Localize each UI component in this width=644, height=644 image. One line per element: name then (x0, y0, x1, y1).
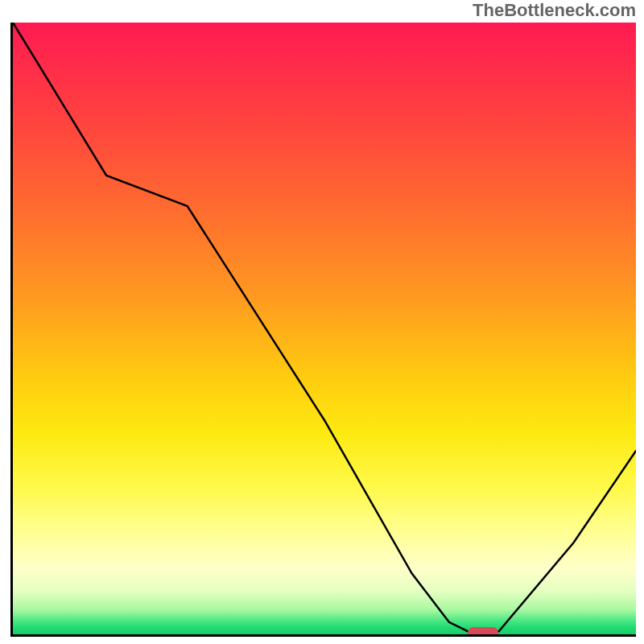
watermark-text: TheBottleneck.com (473, 0, 636, 21)
bottleneck-curve (13, 23, 636, 631)
chart-container: TheBottleneck.com (0, 0, 644, 644)
optimal-point-marker (468, 627, 498, 637)
plot-area (10, 23, 636, 637)
curve-layer (13, 23, 636, 634)
